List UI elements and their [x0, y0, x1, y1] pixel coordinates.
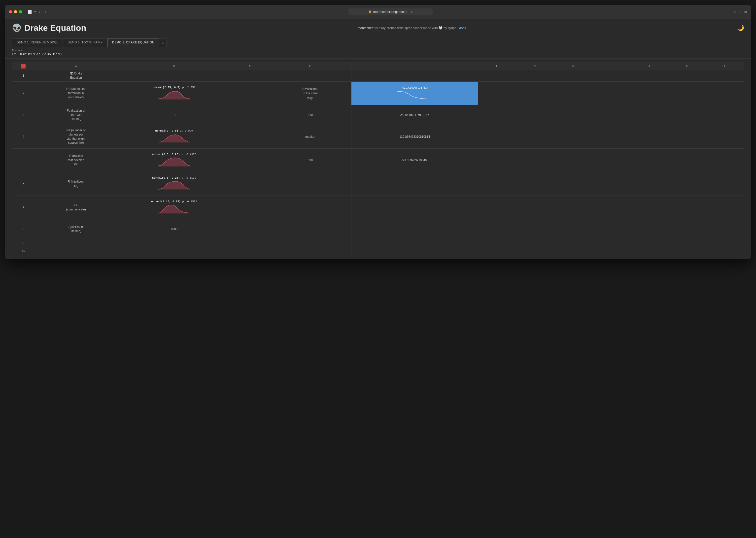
- back-button[interactable]: ‹: [37, 9, 42, 15]
- cell-c7[interactable]: [231, 195, 269, 219]
- cell-i6[interactable]: [592, 172, 630, 195]
- cell-f7[interactable]: [478, 195, 516, 219]
- cell-b10[interactable]: [117, 247, 231, 255]
- cell-a9[interactable]: [35, 239, 117, 247]
- cell-h2[interactable]: [554, 81, 592, 105]
- cell-f5[interactable]: [478, 148, 516, 172]
- cell-d8[interactable]: [269, 219, 351, 239]
- cell-a6[interactable]: Fi (intelligent life): [35, 172, 117, 195]
- cell-c3[interactable]: [231, 105, 269, 125]
- cell-a2[interactable]: R* (rate of star formation in our Galaxy…: [35, 81, 117, 105]
- cell-f6[interactable]: [478, 172, 516, 195]
- cell-j9[interactable]: [630, 239, 668, 247]
- cell-g7[interactable]: [516, 195, 554, 219]
- cell-b4[interactable]: normal(2, 0.5) μ: 1.999: [117, 125, 231, 148]
- cell-l9[interactable]: [706, 239, 744, 247]
- tab-demo3[interactable]: DEMO 3: DRAKE EQUATION: [107, 38, 159, 47]
- cell-j5[interactable]: [630, 148, 668, 172]
- cell-d2[interactable]: Civilizations in the milky way.: [269, 81, 351, 105]
- cell-j7[interactable]: [630, 195, 668, 219]
- cell-l2[interactable]: [706, 81, 744, 105]
- cell-c2[interactable]: [231, 81, 269, 105]
- cell-e4[interactable]: 130.866433310810814: [351, 125, 478, 148]
- cell-e1[interactable]: [351, 70, 478, 81]
- cell-d10[interactable]: [269, 247, 351, 255]
- cell-a3[interactable]: Fp (fraction of stars with planets): [35, 105, 117, 125]
- col-header-e[interactable]: E: [351, 63, 478, 70]
- cell-j8[interactable]: [630, 219, 668, 239]
- cell-f8[interactable]: [478, 219, 516, 239]
- cell-f1[interactable]: [478, 70, 516, 81]
- docs-link[interactable]: docs: [459, 26, 466, 30]
- col-header-f[interactable]: F: [478, 63, 516, 70]
- cell-h8[interactable]: [554, 219, 592, 239]
- cell-c1[interactable]: [231, 70, 269, 81]
- tab-menu-button[interactable]: ≡: [159, 38, 167, 47]
- cell-h7[interactable]: [554, 195, 592, 219]
- cell-i9[interactable]: [592, 239, 630, 247]
- cell-e9[interactable]: [351, 239, 478, 247]
- cell-h5[interactable]: [554, 148, 592, 172]
- cell-g2[interactable]: [516, 81, 554, 105]
- cell-k5[interactable]: [668, 148, 706, 172]
- address-bar[interactable]: 🔒 montesheet.singleton.io ↻: [348, 8, 433, 15]
- cell-k4[interactable]: [668, 125, 706, 148]
- cell-h9[interactable]: [554, 239, 592, 247]
- cell-k7[interactable]: [668, 195, 706, 219]
- cell-i3[interactable]: [592, 105, 630, 125]
- cell-g3[interactable]: [516, 105, 554, 125]
- cell-l10[interactable]: [706, 247, 744, 255]
- cell-k3[interactable]: [668, 105, 706, 125]
- cell-b9[interactable]: [117, 239, 231, 247]
- cell-h1[interactable]: [554, 70, 592, 81]
- cell-j2[interactable]: [630, 81, 668, 105]
- cell-k2[interactable]: [668, 81, 706, 105]
- cell-d4[interactable]: median: [269, 125, 351, 148]
- cell-i4[interactable]: [592, 125, 630, 148]
- cell-h4[interactable]: [554, 125, 592, 148]
- cell-d6[interactable]: [269, 172, 351, 195]
- cell-d3[interactable]: p10: [269, 105, 351, 125]
- cell-i10[interactable]: [592, 247, 630, 255]
- cell-h10[interactable]: [554, 247, 592, 255]
- cell-j1[interactable]: [630, 70, 668, 81]
- sidebar-toggle-icon[interactable]: ⬜: [27, 9, 33, 14]
- cell-e3[interactable]: 28.498558416910797: [351, 105, 478, 125]
- cell-e5[interactable]: 723.3599037206463: [351, 148, 478, 172]
- cell-g10[interactable]: [516, 247, 554, 255]
- cell-k10[interactable]: [668, 247, 706, 255]
- cell-c5[interactable]: [231, 148, 269, 172]
- col-header-a[interactable]: A: [35, 63, 117, 70]
- formula-content[interactable]: E2 =B2*B3*B4*B5*B6*B7*B8: [12, 52, 744, 56]
- cell-a1[interactable]: 👽 Drake Equation: [35, 70, 117, 81]
- cell-b8[interactable]: 1000: [117, 219, 231, 239]
- cell-k9[interactable]: [668, 239, 706, 247]
- maximize-button[interactable]: [19, 10, 22, 13]
- cell-b7[interactable]: normal(0.15, 0.05) μ: 0.1502: [117, 195, 231, 219]
- tab-demo1[interactable]: DEMO 1: REVENUE MODEL: [12, 38, 63, 47]
- cell-h6[interactable]: [554, 172, 592, 195]
- cell-f4[interactable]: [478, 125, 516, 148]
- cell-b6[interactable]: normal(0.5, 0.25) μ: 0.5133: [117, 172, 231, 195]
- cell-f9[interactable]: [478, 239, 516, 247]
- cell-e8[interactable]: [351, 219, 478, 239]
- col-header-l[interactable]: L: [706, 63, 744, 70]
- cell-j4[interactable]: [630, 125, 668, 148]
- cell-b3[interactable]: 1.0: [117, 105, 231, 125]
- close-button[interactable]: [9, 10, 12, 13]
- cell-i5[interactable]: [592, 148, 630, 172]
- col-header-b[interactable]: B: [117, 63, 231, 70]
- cell-c10[interactable]: [231, 247, 269, 255]
- cell-l6[interactable]: [706, 172, 744, 195]
- cell-g9[interactable]: [516, 239, 554, 247]
- cell-e6[interactable]: [351, 172, 478, 195]
- cell-j3[interactable]: [630, 105, 668, 125]
- cell-b5[interactable]: normal(0.5, 0.25) μ: 0.4976: [117, 148, 231, 172]
- cell-g4[interactable]: [516, 125, 554, 148]
- tab-demo2[interactable]: DEMO 2: TOOTH FAIRY: [63, 38, 107, 47]
- cell-c6[interactable]: [231, 172, 269, 195]
- cell-b2[interactable]: normal(2.25, 0.5) μ: 2.251: [117, 81, 231, 105]
- cell-g6[interactable]: [516, 172, 554, 195]
- forward-button[interactable]: ›: [43, 9, 47, 15]
- theme-toggle-button[interactable]: 🌙: [737, 25, 744, 31]
